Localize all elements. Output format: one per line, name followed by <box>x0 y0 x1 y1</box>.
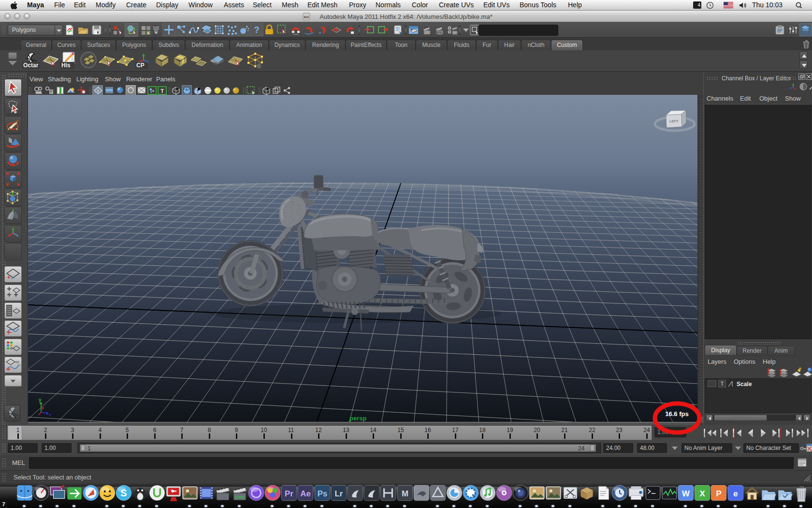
svg-text:His: His <box>61 62 71 69</box>
svg-text:Pr: Pr <box>285 489 293 498</box>
svg-text:LEFT: LEFT <box>669 119 679 123</box>
svg-text:x: x <box>42 405 44 410</box>
svg-text:X: X <box>699 489 705 498</box>
svg-text:Octar: Octar <box>23 62 39 69</box>
svg-text:W: W <box>682 489 690 498</box>
svg-text:e: e <box>733 489 738 498</box>
svg-text:S: S <box>120 488 127 498</box>
svg-text:IPR: IPR <box>437 31 442 34</box>
svg-text:Lr: Lr <box>335 489 343 498</box>
svg-text:Ae: Ae <box>300 489 310 498</box>
svg-text:M: M <box>402 489 408 498</box>
svg-text:y: y <box>39 397 42 403</box>
svg-text:P: P <box>716 489 721 498</box>
svg-text:CP: CP <box>136 62 145 69</box>
svg-text:z: z <box>49 413 51 416</box>
svg-text:Ps: Ps <box>318 489 328 498</box>
svg-text:T: T <box>160 88 164 94</box>
svg-text:?: ? <box>254 25 260 35</box>
